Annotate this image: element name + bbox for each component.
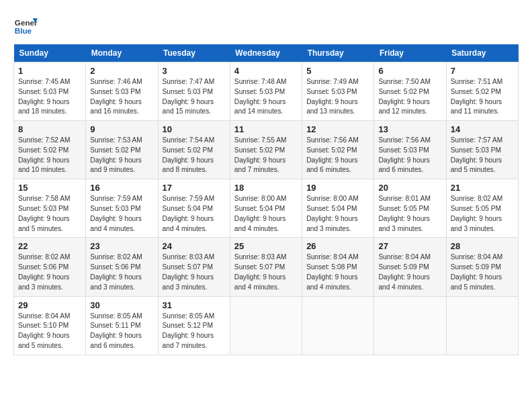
day-cell-4: 4Sunrise: 7:48 AMSunset: 5:03 PMDaylight… [230,62,302,121]
day-number: 26 [306,241,369,251]
day-info: Sunrise: 8:04 AMSunset: 5:09 PMDaylight:… [451,253,514,292]
day-cell-27: 27Sunrise: 8:04 AMSunset: 5:09 PMDayligh… [374,238,446,296]
empty-cell [374,296,446,355]
day-cell-12: 12Sunrise: 7:56 AMSunset: 5:02 PMDayligh… [302,121,374,179]
day-cell-22: 22Sunrise: 8:02 AMSunset: 5:06 PMDayligh… [14,238,86,296]
logo-icon: General Blue [13,13,38,38]
day-header-thursday: Thursday [302,44,374,62]
day-info: Sunrise: 7:49 AMSunset: 5:03 PMDaylight:… [306,77,369,117]
day-cell-6: 6Sunrise: 7:50 AMSunset: 5:02 PMDaylight… [374,62,446,121]
week-row-5: 29Sunrise: 8:04 AMSunset: 5:10 PMDayligh… [14,296,519,355]
day-cell-13: 13Sunrise: 7:56 AMSunset: 5:03 PMDayligh… [374,121,446,179]
calendar-table: SundayMondayTuesdayWednesdayThursdayFrid… [13,44,519,355]
day-header-tuesday: Tuesday [158,44,230,62]
day-number: 8 [18,124,81,134]
day-info: Sunrise: 7:52 AMSunset: 5:02 PMDaylight:… [18,136,81,175]
day-cell-16: 16Sunrise: 7:59 AMSunset: 5:03 PMDayligh… [86,179,158,238]
day-info: Sunrise: 7:59 AMSunset: 5:03 PMDaylight:… [90,194,153,234]
day-number: 10 [163,124,226,134]
day-number: 4 [234,66,298,76]
day-cell-8: 8Sunrise: 7:52 AMSunset: 5:02 PMDaylight… [14,121,86,179]
day-info: Sunrise: 8:03 AMSunset: 5:07 PMDaylight:… [234,253,298,292]
week-row-1: 1Sunrise: 7:45 AMSunset: 5:03 PMDaylight… [14,62,519,121]
empty-cell [230,296,302,355]
day-info: Sunrise: 7:50 AMSunset: 5:02 PMDaylight:… [378,77,441,117]
day-number: 9 [90,124,153,134]
day-number: 1 [18,66,81,76]
day-info: Sunrise: 7:57 AMSunset: 5:03 PMDaylight:… [451,136,514,175]
day-info: Sunrise: 7:55 AMSunset: 5:02 PMDaylight:… [234,136,298,175]
day-header-friday: Friday [374,44,446,62]
day-cell-15: 15Sunrise: 7:58 AMSunset: 5:03 PMDayligh… [14,179,86,238]
page-header: General Blue [13,13,519,38]
day-cell-28: 28Sunrise: 8:04 AMSunset: 5:09 PMDayligh… [446,238,518,296]
day-number: 22 [18,241,81,251]
day-cell-19: 19Sunrise: 8:00 AMSunset: 5:04 PMDayligh… [302,179,374,238]
day-info: Sunrise: 8:01 AMSunset: 5:05 PMDaylight:… [378,194,441,234]
day-info: Sunrise: 7:59 AMSunset: 5:04 PMDaylight:… [163,194,226,234]
day-header-wednesday: Wednesday [230,44,302,62]
day-cell-20: 20Sunrise: 8:01 AMSunset: 5:05 PMDayligh… [374,179,446,238]
day-info: Sunrise: 7:47 AMSunset: 5:03 PMDaylight:… [163,77,226,117]
day-cell-29: 29Sunrise: 8:04 AMSunset: 5:10 PMDayligh… [14,296,86,355]
day-number: 21 [451,183,514,193]
day-info: Sunrise: 7:45 AMSunset: 5:03 PMDaylight:… [18,77,81,117]
day-cell-18: 18Sunrise: 8:00 AMSunset: 5:04 PMDayligh… [230,179,302,238]
day-cell-2: 2Sunrise: 7:46 AMSunset: 5:03 PMDaylight… [86,62,158,121]
day-number: 18 [234,183,298,193]
day-cell-21: 21Sunrise: 8:02 AMSunset: 5:05 PMDayligh… [446,179,518,238]
day-number: 20 [378,183,441,193]
day-cell-7: 7Sunrise: 7:51 AMSunset: 5:02 PMDaylight… [446,62,518,121]
day-info: Sunrise: 7:56 AMSunset: 5:03 PMDaylight:… [378,136,441,175]
day-info: Sunrise: 8:04 AMSunset: 5:10 PMDaylight:… [18,312,81,351]
day-info: Sunrise: 8:05 AMSunset: 5:12 PMDaylight:… [163,312,226,351]
day-info: Sunrise: 8:00 AMSunset: 5:04 PMDaylight:… [234,194,298,234]
day-info: Sunrise: 7:46 AMSunset: 5:03 PMDaylight:… [90,77,153,117]
day-info: Sunrise: 8:04 AMSunset: 5:08 PMDaylight:… [306,253,369,292]
day-number: 29 [18,300,81,310]
day-header-sunday: Sunday [14,44,86,62]
day-number: 30 [90,300,153,310]
day-number: 15 [18,183,81,193]
day-cell-31: 31Sunrise: 8:05 AMSunset: 5:12 PMDayligh… [158,296,230,355]
day-number: 7 [451,66,514,76]
empty-cell [446,296,518,355]
day-header-row: SundayMondayTuesdayWednesdayThursdayFrid… [14,44,519,62]
day-cell-24: 24Sunrise: 8:03 AMSunset: 5:07 PMDayligh… [158,238,230,296]
day-number: 2 [90,66,153,76]
day-number: 3 [163,66,226,76]
empty-cell [302,296,374,355]
logo: General Blue [13,13,42,38]
week-row-2: 8Sunrise: 7:52 AMSunset: 5:02 PMDaylight… [14,121,519,179]
day-info: Sunrise: 7:48 AMSunset: 5:03 PMDaylight:… [234,77,298,117]
day-cell-9: 9Sunrise: 7:53 AMSunset: 5:02 PMDaylight… [86,121,158,179]
day-cell-17: 17Sunrise: 7:59 AMSunset: 5:04 PMDayligh… [158,179,230,238]
day-cell-10: 10Sunrise: 7:54 AMSunset: 5:02 PMDayligh… [158,121,230,179]
day-number: 17 [163,183,226,193]
week-row-4: 22Sunrise: 8:02 AMSunset: 5:06 PMDayligh… [14,238,519,296]
day-number: 16 [90,183,153,193]
day-info: Sunrise: 7:51 AMSunset: 5:02 PMDaylight:… [451,77,514,117]
day-cell-5: 5Sunrise: 7:49 AMSunset: 5:03 PMDaylight… [302,62,374,121]
day-number: 28 [451,241,514,251]
day-number: 31 [163,300,226,310]
day-number: 23 [90,241,153,251]
day-cell-1: 1Sunrise: 7:45 AMSunset: 5:03 PMDaylight… [14,62,86,121]
day-number: 12 [306,124,369,134]
day-header-monday: Monday [86,44,158,62]
day-info: Sunrise: 7:56 AMSunset: 5:02 PMDaylight:… [306,136,369,175]
day-info: Sunrise: 7:54 AMSunset: 5:02 PMDaylight:… [163,136,226,175]
day-number: 14 [451,124,514,134]
day-info: Sunrise: 8:03 AMSunset: 5:07 PMDaylight:… [163,253,226,292]
day-info: Sunrise: 8:04 AMSunset: 5:09 PMDaylight:… [378,253,441,292]
day-number: 27 [378,241,441,251]
week-row-3: 15Sunrise: 7:58 AMSunset: 5:03 PMDayligh… [14,179,519,238]
day-cell-14: 14Sunrise: 7:57 AMSunset: 5:03 PMDayligh… [446,121,518,179]
day-cell-3: 3Sunrise: 7:47 AMSunset: 5:03 PMDaylight… [158,62,230,121]
day-header-saturday: Saturday [446,44,518,62]
day-cell-23: 23Sunrise: 8:02 AMSunset: 5:06 PMDayligh… [86,238,158,296]
day-number: 24 [163,241,226,251]
day-info: Sunrise: 8:02 AMSunset: 5:05 PMDaylight:… [451,194,514,234]
day-info: Sunrise: 8:05 AMSunset: 5:11 PMDaylight:… [90,312,153,351]
day-info: Sunrise: 7:58 AMSunset: 5:03 PMDaylight:… [18,194,81,234]
